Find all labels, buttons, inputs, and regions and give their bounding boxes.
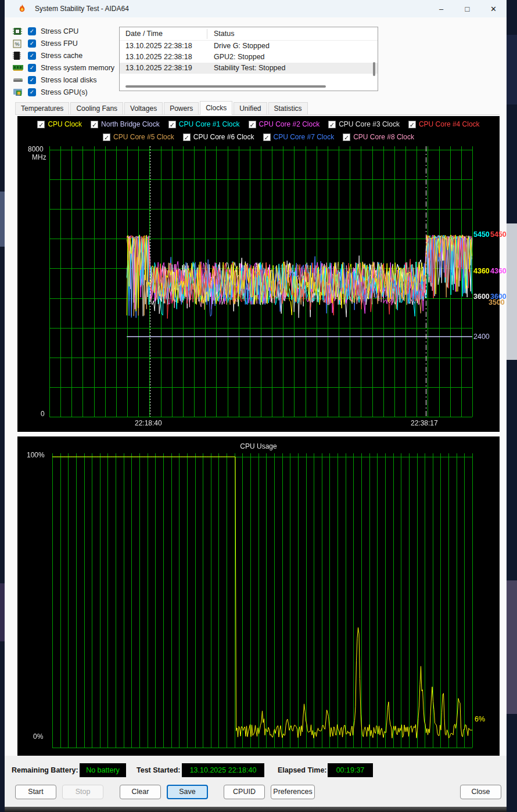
stress-disks-label: Stress local disks: [41, 76, 97, 84]
desktop-art: [507, 223, 517, 360]
right-value-label: 3600: [473, 293, 490, 301]
x-tick-stop-time: 22:38:17: [411, 419, 438, 427]
legend-checkbox[interactable]: ✓: [263, 133, 271, 141]
save-button[interactable]: Save: [167, 785, 208, 799]
legend-cpu-core-8[interactable]: ✓CPU Core #8 Clock: [343, 133, 414, 141]
cpu-usage-chart-canvas: [17, 436, 500, 756]
stress-gpu-label: Stress GPU(s): [41, 88, 88, 96]
y-axis-unit-label: MHz: [32, 153, 46, 161]
legend-checkbox[interactable]: ✓: [91, 121, 98, 128]
legend-checkbox[interactable]: ✓: [168, 121, 176, 128]
legend-checkbox[interactable]: ✓: [249, 121, 256, 128]
legend-checkbox[interactable]: ✓: [37, 121, 45, 128]
legend-cpu-core-6[interactable]: ✓CPU Core #6 Clock: [183, 133, 254, 141]
tab-unified[interactable]: Unified: [234, 102, 267, 115]
tab-powers[interactable]: Powers: [164, 102, 199, 115]
log-cell-datetime: 13.10.2025 22:38:18: [125, 52, 192, 63]
title-bar[interactable]: System Stability Test - AIDA64 – □ ✕: [5, 0, 507, 17]
legend-label: CPU Core #5 Clock: [113, 133, 174, 141]
stress-option-disks[interactable]: ✓ Stress local disks: [13, 74, 114, 86]
stress-option-cache[interactable]: ✓ Stress cache: [13, 50, 114, 62]
log-table-header[interactable]: Date / Time Status: [120, 27, 378, 41]
preferences-button[interactable]: Preferences: [271, 785, 315, 799]
legend-cpu-clock[interactable]: ✓CPU Clock: [37, 120, 82, 128]
x-tick-start-time: 22:18:40: [135, 419, 162, 427]
legend-checkbox[interactable]: ✓: [183, 133, 191, 141]
column-header-datetime[interactable]: Date / Time: [125, 27, 163, 41]
stress-memory-label: Stress system memory: [41, 64, 114, 72]
log-cell-datetime: 13.10.2025 22:38:18: [125, 41, 192, 52]
horizontal-scrollbar-thumb[interactable]: [125, 85, 326, 88]
close-button[interactable]: Close: [460, 785, 501, 799]
tab-cooling-fans[interactable]: Cooling Fans: [70, 102, 123, 115]
stress-option-fpu[interactable]: % ✓ Stress FPU: [13, 38, 114, 49]
legend-checkbox[interactable]: ✓: [103, 133, 110, 141]
clocks-chart-canvas: [17, 116, 500, 432]
cpu-usage-title: CPU Usage: [17, 442, 500, 450]
stress-cpu-label: Stress CPU: [41, 27, 78, 35]
right-value-label: 5450: [490, 230, 507, 239]
stress-fpu-checkbox[interactable]: ✓: [28, 39, 36, 48]
log-row[interactable]: 13.10.2025 22:38:18 Drive G: Stopped: [120, 41, 378, 52]
aida64-flame-icon: [17, 4, 27, 13]
desktop-background-right: [507, 0, 517, 812]
legend-checkbox[interactable]: ✓: [328, 121, 336, 128]
start-button[interactable]: Start: [15, 785, 56, 799]
vertical-scrollbar[interactable]: [373, 42, 375, 82]
legend-label: CPU Core #8 Clock: [353, 133, 414, 141]
window-title: System Stability Test - AIDA64: [35, 5, 129, 13]
stress-gpu-checkbox[interactable]: ✓: [28, 88, 36, 96]
stop-button[interactable]: Stop: [62, 785, 103, 799]
y-axis-min-label: 0: [41, 410, 45, 418]
log-row[interactable]: 13.10.2025 22:38:18 GPU2: Stopped: [120, 52, 378, 63]
tab-statistics[interactable]: Statistics: [268, 102, 308, 115]
stress-option-memory[interactable]: ✓ Stress system memory: [13, 62, 114, 74]
desktop-art: [0, 192, 5, 247]
legend-checkbox[interactable]: ✓: [343, 133, 350, 141]
legend-label: CPU Core #7 Clock: [274, 133, 335, 141]
event-log-table[interactable]: Date / Time Status 13.10.2025 22:38:18 D…: [119, 27, 378, 91]
horizontal-scrollbar[interactable]: [124, 85, 367, 88]
column-separator[interactable]: [207, 29, 207, 39]
log-row-selected[interactable]: 13.10.2025 22:38:19 Stability Test: Stop…: [120, 63, 378, 74]
elapsed-time-value: 00:19:37: [328, 763, 373, 777]
clear-button[interactable]: Clear: [120, 785, 161, 799]
stress-options: ✓ Stress CPU % ✓ Stress FPU ✓ Stress cac…: [13, 26, 114, 99]
battery-label: Remaining Battery:: [12, 766, 78, 774]
legend-cpu-core-4[interactable]: ✓CPU Core #4 Clock: [408, 120, 480, 128]
battery-value: No battery: [80, 763, 126, 777]
stress-cache-checkbox[interactable]: ✓: [28, 52, 36, 60]
legend-label: CPU Core #6 Clock: [193, 133, 254, 141]
clocks-chart-panel: ✓CPU Clock ✓North Bridge Clock ✓CPU Core…: [17, 116, 500, 432]
legend-cpu-core-2[interactable]: ✓CPU Core #2 Clock: [249, 120, 320, 128]
legend-checkbox[interactable]: ✓: [408, 121, 416, 128]
right-value-label: 4360: [490, 267, 507, 275]
stress-option-gpu[interactable]: ✓ Stress GPU(s): [13, 86, 114, 98]
stress-cpu-checkbox[interactable]: ✓: [28, 27, 36, 35]
legend-cpu-core-1[interactable]: ✓CPU Core #1 Clock: [168, 120, 240, 128]
cpu-icon: [13, 27, 23, 36]
stress-memory-checkbox[interactable]: ✓: [28, 64, 36, 72]
close-window-button[interactable]: ✕: [480, 0, 507, 17]
clocks-legend-row-2: ✓CPU Core #5 Clock ✓CPU Core #6 Clock ✓C…: [17, 133, 500, 141]
minimize-button[interactable]: –: [428, 0, 454, 17]
cpuid-button[interactable]: CPUID: [224, 785, 265, 799]
test-started-value: 13.10.2025 22:18:40: [182, 763, 264, 777]
cpu-usage-chart-panel: CPU Usage 100% 0% 6%: [17, 436, 500, 756]
fpu-icon: %: [13, 39, 23, 48]
maximize-button[interactable]: □: [454, 0, 480, 17]
stress-disks-checkbox[interactable]: ✓: [28, 76, 36, 84]
tab-voltages[interactable]: Voltages: [124, 102, 163, 115]
stress-option-cpu[interactable]: ✓ Stress CPU: [13, 26, 114, 37]
legend-cpu-core-7[interactable]: ✓CPU Core #7 Clock: [263, 133, 335, 141]
legend-label: CPU Core #2 Clock: [259, 120, 320, 128]
vertical-scrollbar-thumb[interactable]: [373, 62, 375, 76]
elapsed-time-label: Elapsed Time:: [278, 766, 327, 774]
tab-clocks[interactable]: Clocks: [200, 101, 232, 115]
legend-cpu-core-5[interactable]: ✓CPU Core #5 Clock: [103, 133, 174, 141]
legend-cpu-core-3[interactable]: ✓CPU Core #3 Clock: [328, 120, 400, 128]
column-header-status[interactable]: Status: [214, 27, 234, 41]
legend-north-bridge-clock[interactable]: ✓North Bridge Clock: [91, 120, 160, 128]
tab-temperatures[interactable]: Temperatures: [15, 102, 69, 115]
usage-end-value-label: 6%: [475, 715, 485, 723]
